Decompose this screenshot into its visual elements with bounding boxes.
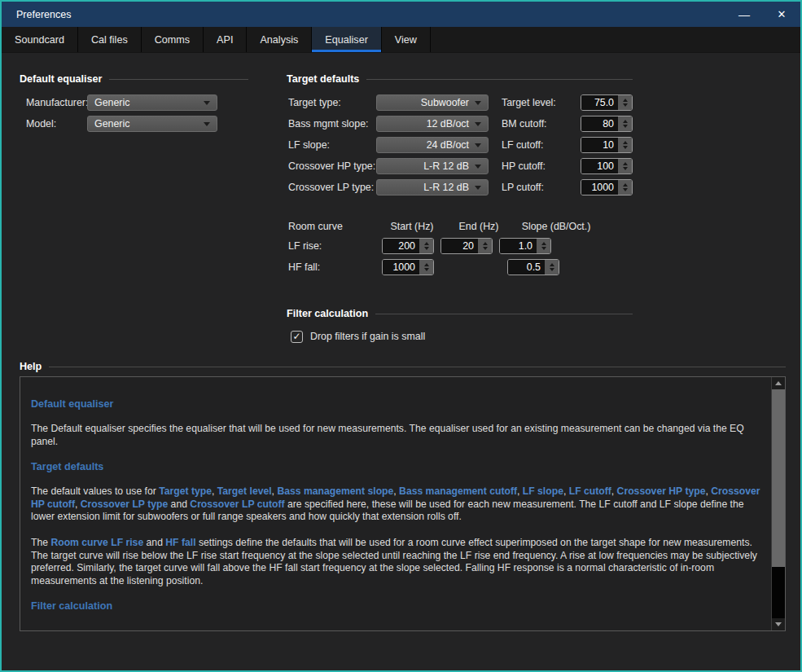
chevron-down-icon	[204, 101, 210, 105]
lp-cutoff-input[interactable]	[581, 180, 618, 195]
tab-analysis[interactable]: Analysis	[247, 27, 312, 52]
help-link[interactable]: Crossover LP type	[81, 499, 168, 510]
spinner-buttons[interactable]	[545, 260, 559, 275]
tab-comms[interactable]: Comms	[142, 27, 204, 52]
target-type-dropdown[interactable]: Subwoofer	[376, 94, 489, 111]
spinner-buttons[interactable]	[419, 239, 433, 253]
scroll-up-button[interactable]	[772, 377, 785, 389]
section-divider	[109, 79, 248, 80]
crossover-lp-type-label: Crossover LP type:	[287, 182, 376, 193]
lf-rise-start-input[interactable]	[383, 239, 419, 253]
help-link[interactable]: Target level	[217, 485, 272, 497]
target-level-label: Target level:	[500, 97, 581, 108]
scroll-down-button[interactable]	[772, 618, 785, 630]
arrow-up-icon	[775, 381, 782, 385]
tab-equaliser[interactable]: Equaliser	[312, 27, 382, 52]
help-link[interactable]: LF cutoff	[569, 485, 611, 497]
spinner-buttons[interactable]	[478, 239, 492, 253]
help-link[interactable]: Target type	[159, 485, 212, 497]
lp-cutoff-label: LP cutoff:	[500, 182, 581, 193]
bm-cutoff-label: BM cutoff:	[500, 118, 581, 130]
spinner-buttons[interactable]	[618, 95, 632, 110]
title-bar: Preferences — ✕	[2, 2, 800, 27]
help-link[interactable]: Room curve LF rise	[50, 537, 143, 548]
crossover-hp-type-row: Crossover HP type: L-R 12 dB HP cutoff:	[287, 158, 633, 174]
help-text: ,	[517, 485, 523, 497]
room-curve-header: Room curve Start (Hz) End (Hz) Slope (dB…	[287, 220, 633, 233]
help-link[interactable]: Crossover HP type	[617, 485, 706, 497]
help-link[interactable]: Bass management cutoff	[399, 485, 517, 497]
spin-up-icon	[623, 120, 628, 123]
lf-rise-slope-input[interactable]	[500, 239, 537, 253]
lf-rise-start-spinner	[382, 238, 434, 254]
spinner-buttons[interactable]	[618, 159, 632, 173]
spinner-buttons[interactable]	[618, 116, 632, 131]
minimize-button[interactable]: —	[725, 2, 763, 27]
spin-up-icon	[483, 242, 488, 245]
target-defaults-section: Target defaults Target type: Subwoofer T…	[287, 72, 633, 280]
spin-down-icon	[623, 103, 628, 107]
hf-fall-slope-input[interactable]	[508, 260, 545, 275]
manufacturer-label: Manufacturer:	[20, 97, 87, 108]
target-level-input[interactable]	[581, 95, 618, 110]
help-text: ,	[212, 485, 217, 497]
spinner-buttons[interactable]	[618, 138, 632, 152]
manufacturer-dropdown[interactable]: Generic	[87, 94, 217, 111]
section-title: Help	[20, 361, 42, 372]
crossover-hp-type-dropdown[interactable]: L-R 12 dB	[376, 158, 489, 174]
tab-soundcard[interactable]: Soundcard	[2, 27, 78, 52]
crossover-lp-type-dropdown[interactable]: L-R 12 dB	[376, 179, 489, 195]
lf-cutoff-input[interactable]	[581, 138, 618, 152]
target-type-value: Subwoofer	[377, 97, 475, 108]
close-icon: ✕	[778, 8, 787, 20]
chevron-down-icon	[475, 186, 481, 190]
tab-bar: Soundcard Cal files Comms API Analysis E…	[2, 27, 800, 53]
model-dropdown[interactable]: Generic	[87, 116, 217, 132]
crossover-hp-type-label: Crossover HP type:	[287, 160, 376, 172]
lf-rise-label: LF rise:	[287, 240, 382, 252]
help-link[interactable]: LF slope	[523, 485, 563, 497]
section-divider	[49, 367, 786, 367]
section-title: Filter calculation	[287, 308, 368, 319]
hp-cutoff-input[interactable]	[581, 159, 618, 173]
chevron-down-icon	[204, 122, 210, 126]
help-link[interactable]: Crossover LP cutoff	[190, 499, 284, 510]
spinner-buttons[interactable]	[618, 180, 632, 195]
help-heading: Default equaliser	[31, 398, 765, 410]
bm-cutoff-spinner	[581, 116, 633, 132]
spin-down-icon	[483, 247, 488, 250]
hp-cutoff-spinner	[581, 158, 633, 174]
bm-cutoff-input[interactable]	[581, 116, 618, 131]
lf-cutoff-label: LF cutoff:	[500, 139, 581, 151]
lf-slope-dropdown[interactable]: 24 dB/oct	[376, 137, 489, 153]
spinner-buttons[interactable]	[419, 260, 433, 275]
help-section: Help Default equaliserThe Default equali…	[20, 360, 786, 631]
drop-filters-row: ✓ Drop filters if gain is small	[287, 329, 633, 344]
scrollbar-thumb[interactable]	[772, 389, 785, 567]
help-link[interactable]: Bass management slope	[277, 485, 393, 497]
bass-mgmt-slope-value: 12 dB/oct	[377, 118, 475, 130]
hf-fall-start-input[interactable]	[383, 260, 419, 275]
drop-filters-checkbox[interactable]: ✓	[291, 331, 303, 343]
crossover-lp-type-row: Crossover LP type: L-R 12 dB LP cutoff:	[287, 179, 633, 195]
section-title: Default equaliser	[20, 73, 102, 85]
bass-mgmt-slope-dropdown[interactable]: 12 dB/oct	[376, 116, 489, 132]
section-header: Filter calculation	[287, 307, 633, 320]
spinner-buttons[interactable]	[537, 239, 550, 253]
tab-view[interactable]: View	[382, 27, 431, 52]
start-hz-header: Start (Hz)	[382, 221, 442, 232]
hf-fall-label: HF fall:	[287, 261, 382, 273]
target-level-spinner	[581, 94, 633, 111]
help-scrollbar[interactable]	[771, 377, 785, 630]
lf-rise-end-input[interactable]	[441, 239, 478, 253]
close-button[interactable]: ✕	[763, 2, 800, 27]
equaliser-tab-panel: Default equaliser Manufacturer: Generic …	[2, 53, 800, 670]
spin-down-icon	[623, 167, 628, 170]
drop-filters-label: Drop filters if gain is small	[310, 331, 425, 342]
lp-cutoff-spinner	[581, 179, 633, 195]
tab-api[interactable]: API	[204, 27, 247, 52]
spin-down-icon	[541, 247, 546, 250]
tab-cal-files[interactable]: Cal files	[78, 27, 142, 52]
help-link[interactable]: HF fall	[165, 537, 195, 548]
section-header: Target defaults	[287, 72, 633, 86]
